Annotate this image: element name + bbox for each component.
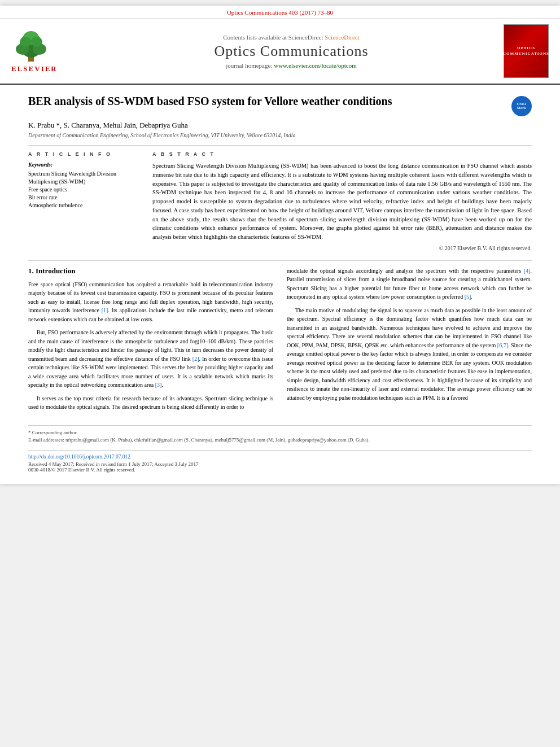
body-para-1: Free space optical (FSO) communication h… xyxy=(28,280,273,324)
keyword-2: Multiplexing (SS-WDM) xyxy=(28,178,141,186)
keyword-5: Atmospheric turbulence xyxy=(28,202,141,209)
journal-citation: Optics Communications 403 (2017) 73–80 xyxy=(0,6,560,19)
divider-2 xyxy=(28,260,532,261)
paper-content: BER analysis of SS-WDM based FSO system … xyxy=(0,85,560,484)
keyword-3: Free space optics xyxy=(28,186,141,194)
doi-link[interactable]: http://dx.doi.org/10.1016/j.optcom.2017.… xyxy=(28,454,532,460)
body-col-left: 1. Introduction Free space optical (FSO)… xyxy=(28,267,273,416)
journal-header: ELSEVIER Contents lists available at Sci… xyxy=(0,19,560,85)
journal-title: Optics Communications xyxy=(90,43,492,60)
elsevier-logo: ELSEVIER xyxy=(11,29,85,73)
footnote-corresponding: * Corresponding author. xyxy=(28,429,532,437)
abstract-text: Spectrum Slicing Wavelength Division Mul… xyxy=(152,161,532,242)
article-info-col: A R T I C L E I N F O Keywords: Spectrum… xyxy=(28,151,141,251)
footnote-emails: E-mail addresses: nftprabu@gmail.com (K.… xyxy=(28,436,532,444)
abstract-header: A B S T R A C T xyxy=(152,151,532,157)
section-1-title: 1. Introduction xyxy=(28,267,273,276)
article-meta-section: A R T I C L E I N F O Keywords: Spectrum… xyxy=(28,151,532,251)
body-para-2: But, FSO performance is adversely affect… xyxy=(28,328,273,390)
journal-cover-area: OPTICSCOMMUNICATIONS xyxy=(498,24,549,78)
sciencedirect-link[interactable]: ScienceDirect xyxy=(325,34,360,41)
divider-1 xyxy=(28,145,532,146)
keyword-1: Spectrum Slicing Wavelength Division xyxy=(28,170,141,178)
abstract-col: A B S T R A C T Spectrum Slicing Wavelen… xyxy=(152,151,532,251)
title-row: BER analysis of SS-WDM based FSO system … xyxy=(28,94,532,116)
authors: K. Prabu *, S. Charanya, Mehul Jain, Deb… xyxy=(28,121,532,130)
body-text-left: Free space optical (FSO) communication h… xyxy=(28,280,273,412)
keyword-4: Bit error rate xyxy=(28,194,141,202)
crossmark-badge: CrossMark xyxy=(511,96,532,116)
body-para-4: modulate the optical signals accordingly… xyxy=(287,267,532,302)
body-para-5: The main motive of modulating the signal… xyxy=(287,306,532,403)
keywords-list: Spectrum Slicing Wavelength Division Mul… xyxy=(28,170,141,209)
article-info-header: A R T I C L E I N F O xyxy=(28,151,141,157)
page: Optics Communications 403 (2017) 73–80 E… xyxy=(0,6,560,484)
cover-title: OPTICSCOMMUNICATIONS xyxy=(503,46,549,56)
body-section: 1. Introduction Free space optical (FSO)… xyxy=(28,267,532,416)
received-line: Received 4 May 2017; Received in revised… xyxy=(28,461,532,467)
copyright: © 2017 Elsevier B.V. All rights reserved… xyxy=(152,245,532,251)
svg-point-6 xyxy=(31,37,42,47)
journal-cover-image: OPTICSCOMMUNICATIONS xyxy=(504,24,549,78)
journal-info: Contents lists available at ScienceDirec… xyxy=(90,34,492,69)
body-col-right: modulate the optical signals accordingly… xyxy=(287,267,532,416)
elsevier-wordmark: ELSEVIER xyxy=(11,64,58,73)
paper-title: BER analysis of SS-WDM based FSO system … xyxy=(28,94,506,108)
sciencedirect-line: Contents lists available at ScienceDirec… xyxy=(90,34,492,41)
bottom-meta: http://dx.doi.org/10.1016/j.optcom.2017.… xyxy=(28,450,532,473)
footnotes-area: * Corresponding author. E-mail addresses… xyxy=(28,425,532,444)
issn-line: 0030-4018/© 2017 Elsevier B.V. All right… xyxy=(28,467,532,473)
body-para-3: It serves as the top most criteria for r… xyxy=(28,394,273,412)
elsevier-tree-icon xyxy=(11,29,51,63)
affiliation: Department of Communication Engineering,… xyxy=(28,132,532,138)
keywords-label: Keywords: xyxy=(28,161,141,168)
homepage-link[interactable]: www.elsevier.com/locate/optcom xyxy=(274,62,357,69)
publisher-logo-area: ELSEVIER xyxy=(11,29,85,73)
body-text-right: modulate the optical signals accordingly… xyxy=(287,267,532,403)
journal-homepage: journal homepage: www.elsevier.com/locat… xyxy=(90,62,492,69)
svg-point-5 xyxy=(20,37,31,47)
